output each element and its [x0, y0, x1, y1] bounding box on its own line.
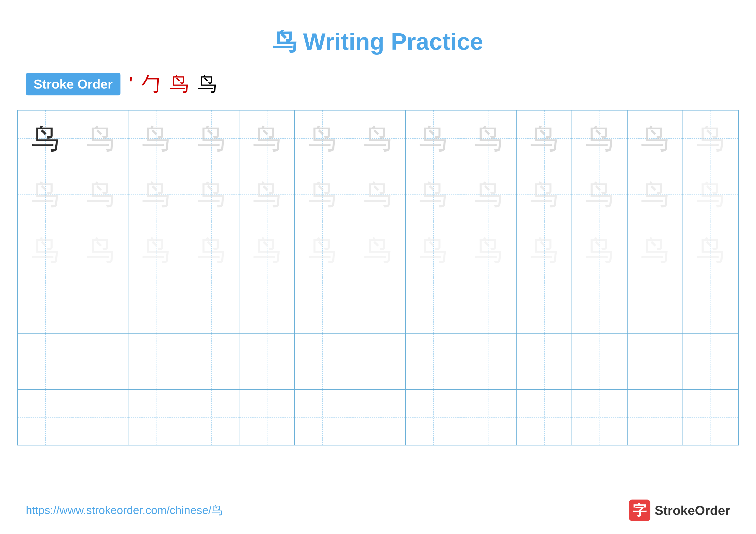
grid-cell[interactable]	[406, 390, 461, 445]
grid-cell[interactable]	[350, 390, 406, 445]
character-trace: 鸟	[641, 180, 669, 208]
footer-url-link[interactable]: https://www.strokeorder.com/chinese/鸟	[26, 503, 223, 518]
grid-cell[interactable]	[350, 278, 406, 333]
grid-cell[interactable]	[295, 390, 350, 445]
grid-cell[interactable]	[406, 334, 461, 389]
grid-cell[interactable]: 鸟	[295, 166, 350, 222]
character-trace: 鸟	[696, 180, 724, 208]
grid-cell[interactable]	[18, 278, 73, 333]
grid-cell[interactable]: 鸟	[572, 166, 627, 222]
grid-cell[interactable]: 鸟	[239, 111, 295, 166]
grid-cell[interactable]: 鸟	[18, 222, 73, 277]
grid-cell[interactable]: 鸟	[683, 166, 738, 222]
grid-cell[interactable]	[239, 278, 295, 333]
grid-cell[interactable]: 鸟	[461, 111, 517, 166]
grid-cell[interactable]: 鸟	[128, 222, 184, 277]
grid-cell[interactable]: 鸟	[461, 166, 517, 222]
grid-cell[interactable]: 鸟	[128, 166, 184, 222]
grid-cell[interactable]: 鸟	[628, 111, 683, 166]
grid-cell[interactable]	[239, 390, 295, 445]
character-trace: 鸟	[31, 236, 59, 264]
grid-cell[interactable]: 鸟	[184, 166, 239, 222]
grid-cell[interactable]: 鸟	[18, 166, 73, 222]
grid-cell[interactable]: 鸟	[73, 166, 128, 222]
grid-cell[interactable]	[517, 334, 572, 389]
grid-cell[interactable]: 鸟	[517, 166, 572, 222]
grid-cell[interactable]	[295, 334, 350, 389]
practice-grid: 鸟 鸟 鸟 鸟 鸟 鸟 鸟 鸟 鸟 鸟 鸟 鸟	[17, 110, 739, 445]
grid-cell[interactable]	[517, 278, 572, 333]
character-trace: 鸟	[696, 124, 724, 152]
grid-cell[interactable]	[572, 334, 627, 389]
stroke-3: 鸟	[169, 71, 189, 97]
character-trace: 鸟	[364, 180, 392, 208]
grid-cell[interactable]	[73, 278, 128, 333]
grid-cell[interactable]: 鸟	[73, 111, 128, 166]
grid-cell[interactable]: 鸟	[406, 111, 461, 166]
grid-cell[interactable]	[628, 334, 683, 389]
grid-cell[interactable]	[517, 390, 572, 445]
grid-cell[interactable]	[572, 390, 627, 445]
grid-cell[interactable]	[18, 390, 73, 445]
grid-cell[interactable]: 鸟	[295, 111, 350, 166]
grid-cell[interactable]	[683, 278, 738, 333]
grid-cell[interactable]	[628, 390, 683, 445]
character-trace: 鸟	[198, 124, 226, 152]
grid-cell[interactable]: 鸟	[350, 111, 406, 166]
grid-cell[interactable]: 鸟	[461, 222, 517, 277]
grid-cell[interactable]	[628, 278, 683, 333]
grid-cell[interactable]: 鸟	[683, 222, 738, 277]
grid-cell[interactable]: 鸟	[683, 111, 738, 166]
grid-cell[interactable]: 鸟	[128, 111, 184, 166]
grid-cell[interactable]: 鸟	[184, 222, 239, 277]
grid-cell[interactable]	[184, 334, 239, 389]
grid-cell[interactable]: 鸟	[18, 111, 73, 166]
logo-text: StrokeOrder	[655, 503, 730, 518]
grid-cell[interactable]: 鸟	[350, 222, 406, 277]
grid-cell[interactable]	[18, 334, 73, 389]
character-trace: 鸟	[585, 180, 613, 208]
grid-cell[interactable]: 鸟	[517, 222, 572, 277]
footer: https://www.strokeorder.com/chinese/鸟 字 …	[26, 499, 730, 521]
grid-cell[interactable]: 鸟	[184, 111, 239, 166]
grid-cell[interactable]	[350, 334, 406, 389]
grid-cell[interactable]: 鸟	[572, 111, 627, 166]
grid-cell[interactable]	[128, 334, 184, 389]
grid-cell[interactable]	[572, 278, 627, 333]
grid-cell[interactable]	[461, 334, 517, 389]
grid-cell[interactable]	[73, 334, 128, 389]
grid-cell[interactable]: 鸟	[73, 222, 128, 277]
grid-cell[interactable]	[73, 390, 128, 445]
grid-row-3: 鸟 鸟 鸟 鸟 鸟 鸟 鸟 鸟 鸟 鸟 鸟 鸟	[18, 222, 738, 278]
character-trace: 鸟	[309, 180, 337, 208]
grid-cell[interactable]	[239, 334, 295, 389]
stroke-order-badge: Stroke Order	[26, 73, 121, 95]
grid-cell[interactable]	[461, 390, 517, 445]
character-trace: 鸟	[530, 124, 558, 152]
grid-cell[interactable]: 鸟	[350, 166, 406, 222]
grid-cell[interactable]: 鸟	[406, 222, 461, 277]
grid-cell[interactable]: 鸟	[295, 222, 350, 277]
grid-cell[interactable]: 鸟	[628, 166, 683, 222]
grid-cell[interactable]	[128, 278, 184, 333]
grid-cell[interactable]	[184, 278, 239, 333]
character-trace: 鸟	[474, 236, 502, 264]
grid-cell[interactable]	[461, 278, 517, 333]
grid-cell[interactable]: 鸟	[406, 166, 461, 222]
grid-cell[interactable]	[406, 278, 461, 333]
grid-cell[interactable]: 鸟	[517, 111, 572, 166]
character-trace: 鸟	[142, 124, 170, 152]
grid-cell[interactable]: 鸟	[572, 222, 627, 277]
stroke-4: 鸟	[198, 71, 217, 97]
character-trace: 鸟	[474, 180, 502, 208]
grid-cell[interactable]	[184, 390, 239, 445]
grid-cell[interactable]	[683, 334, 738, 389]
grid-cell[interactable]	[295, 278, 350, 333]
grid-cell[interactable]: 鸟	[239, 222, 295, 277]
grid-cell[interactable]	[128, 390, 184, 445]
grid-cell[interactable]	[683, 390, 738, 445]
character-trace: 鸟	[87, 124, 115, 152]
character-trace: 鸟	[530, 236, 558, 264]
grid-cell[interactable]: 鸟	[239, 166, 295, 222]
grid-cell[interactable]: 鸟	[628, 222, 683, 277]
